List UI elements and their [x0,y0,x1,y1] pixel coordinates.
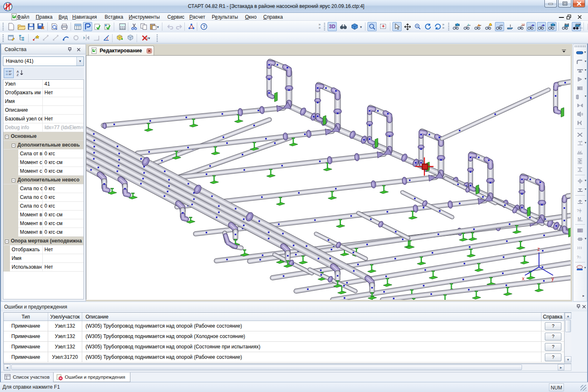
svg-text:?╪: ?╪ [577,208,582,213]
svg-text:y: y [551,276,554,282]
svg-text:Z: Z [17,73,19,76]
svg-text:?: ? [203,24,206,29]
svg-text:a: a [532,23,534,27]
svg-text:x: x [522,276,524,282]
svg-text:?⌂: ?⌂ [577,255,581,259]
svg-text:z: z [537,246,540,252]
svg-text:10: 10 [522,23,525,26]
svg-text:a: a [542,23,544,27]
svg-text:M: M [578,217,581,221]
